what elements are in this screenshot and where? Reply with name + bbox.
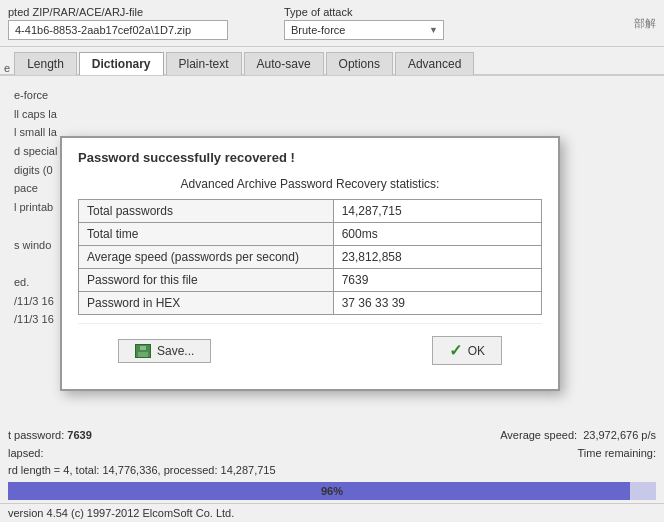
file-section: pted ZIP/RAR/ACE/ARJ-file 4-41b6-8853-2a…: [8, 6, 228, 40]
bf-item-11: ed.: [14, 273, 57, 292]
save-button[interactable]: Save...: [118, 339, 211, 363]
progress-label: 96%: [8, 485, 656, 497]
attack-type-select[interactable]: Brute-force: [284, 20, 444, 40]
avg-speed-label: Average speed:: [500, 429, 577, 441]
stat-value: 23,812,858: [333, 246, 541, 269]
bf-item-6: pace: [14, 179, 57, 198]
bf-item-2: ll caps la: [14, 105, 57, 124]
bf-item-7: l printab: [14, 198, 57, 217]
top-bar: pted ZIP/RAR/ACE/ARJ-file 4-41b6-8853-2a…: [0, 0, 664, 47]
table-row: Password in HEX37 36 33 39: [79, 292, 542, 315]
tab-advanced[interactable]: Advanced: [395, 52, 474, 75]
bf-item-9: s windo: [14, 236, 57, 255]
bf-item-3: l small la: [14, 123, 57, 142]
status-row2-elapsed: lapsed: Time remaining:: [0, 444, 664, 462]
stat-label: Total passwords: [79, 200, 334, 223]
tab-plaintext[interactable]: Plain-text: [166, 52, 242, 75]
tab-options[interactable]: Options: [326, 52, 393, 75]
ok-button[interactable]: ✓ OK: [432, 336, 502, 365]
password-value: 7639: [67, 429, 91, 441]
stat-label: Password for this file: [79, 269, 334, 292]
save-label: Save...: [157, 344, 194, 358]
left-panel: e-force ll caps la l small la d special …: [8, 82, 63, 330]
bf-item-4: d special: [14, 142, 57, 161]
stat-value: 7639: [333, 269, 541, 292]
stat-value: 37 36 33 39: [333, 292, 541, 315]
attack-select-wrapper[interactable]: Brute-force: [284, 20, 444, 40]
status-area: t password: 7639 Average speed: 23,972,6…: [0, 426, 664, 522]
stat-value: 600ms: [333, 223, 541, 246]
modal-footer: Save... ✓ OK: [78, 323, 542, 377]
partial-right-text: 部解: [634, 16, 656, 31]
attack-label: Type of attack: [284, 6, 444, 18]
table-row: Average speed (passwords per second)23,8…: [79, 246, 542, 269]
file-label: pted ZIP/RAR/ACE/ARJ-file: [8, 6, 228, 18]
bf-item-1: e-force: [14, 86, 57, 105]
stat-value: 14,287,715: [333, 200, 541, 223]
bf-item-8: [14, 217, 57, 236]
bf-item-13: /11/3 16: [14, 310, 57, 329]
app-window: pted ZIP/RAR/ACE/ARJ-file 4-41b6-8853-2a…: [0, 0, 664, 522]
copyright-bar: version 4.54 (c) 1997-2012 ElcomSoft Co.…: [0, 503, 664, 522]
main-content: e-force ll caps la l small la d special …: [0, 76, 664, 336]
recovery-modal: Password successfully recovered ! Advanc…: [60, 136, 560, 391]
stat-label: Password in HEX: [79, 292, 334, 315]
length-info: rd length = 4, total: 14,776,336, proces…: [8, 464, 276, 476]
tabs-row: e Length Dictionary Plain-text Auto-save…: [0, 47, 664, 76]
bf-item-5: digits (0: [14, 161, 57, 180]
tab-prefix: e: [4, 62, 10, 74]
table-row: Total time600ms: [79, 223, 542, 246]
avg-speed-value: 23,972,676 p/s: [583, 429, 656, 441]
ok-checkmark-icon: ✓: [449, 341, 462, 360]
table-row: Password for this file7639: [79, 269, 542, 292]
success-message: Password successfully recovered !: [78, 150, 542, 165]
progress-container: 96%: [8, 482, 656, 500]
stats-title: Advanced Archive Password Recovery stati…: [78, 177, 542, 191]
stats-table: Total passwords14,287,715Total time600ms…: [78, 199, 542, 315]
modal-body: Password successfully recovered ! Advanc…: [62, 138, 558, 389]
elapsed-label: lapsed:: [8, 447, 43, 459]
bf-item-10: [14, 254, 57, 273]
status-row1: t password: 7639 Average speed: 23,972,6…: [0, 426, 664, 444]
save-icon: [135, 344, 151, 358]
stat-label: Average speed (passwords per second): [79, 246, 334, 269]
avg-speed-section: Average speed: 23,972,676 p/s: [500, 429, 656, 441]
tab-dictionary[interactable]: Dictionary: [79, 52, 164, 75]
status-row3: rd length = 4, total: 14,776,336, proces…: [0, 462, 664, 479]
tab-autosave[interactable]: Auto-save: [244, 52, 324, 75]
file-input-display: 4-41b6-8853-2aab17cef02a\1D7.zip: [8, 20, 228, 40]
attack-section: Type of attack Brute-force: [284, 6, 444, 40]
bf-item-12: /11/3 16: [14, 292, 57, 311]
time-remaining-label: Time remaining:: [578, 447, 656, 459]
ok-label: OK: [468, 344, 485, 358]
password-label: t password: 7639: [8, 429, 92, 441]
stat-label: Total time: [79, 223, 334, 246]
tab-length[interactable]: Length: [14, 52, 77, 75]
table-row: Total passwords14,287,715: [79, 200, 542, 223]
